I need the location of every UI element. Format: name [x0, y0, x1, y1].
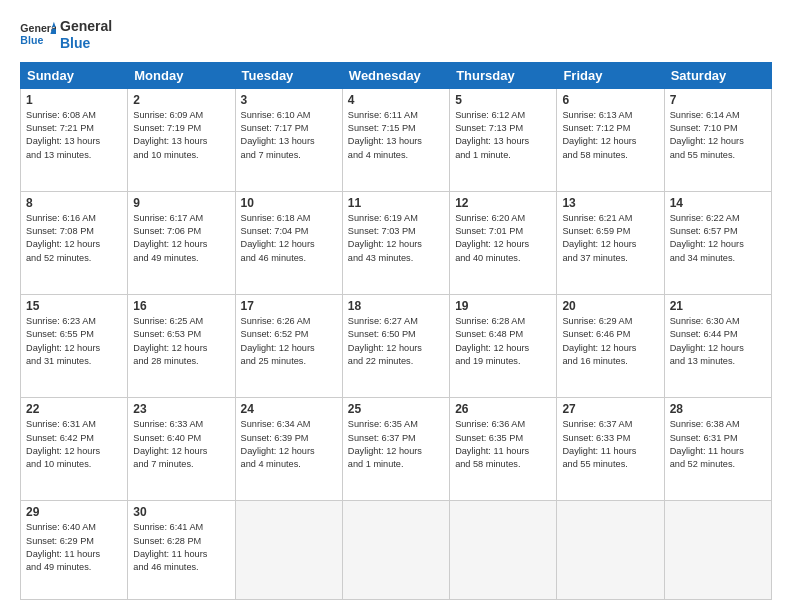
day-number: 27 — [562, 402, 658, 416]
calendar-cell: 15Sunrise: 6:23 AMSunset: 6:55 PMDayligh… — [21, 294, 128, 397]
day-number: 29 — [26, 505, 122, 519]
calendar-body: 1Sunrise: 6:08 AMSunset: 7:21 PMDaylight… — [21, 88, 772, 599]
cell-solar-data: Sunrise: 6:20 AMSunset: 7:01 PMDaylight:… — [455, 212, 551, 265]
day-number: 4 — [348, 93, 444, 107]
calendar-week-row: 8Sunrise: 6:16 AMSunset: 7:08 PMDaylight… — [21, 191, 772, 294]
logo: General Blue General Blue — [20, 18, 112, 52]
calendar-week-row: 15Sunrise: 6:23 AMSunset: 6:55 PMDayligh… — [21, 294, 772, 397]
cell-solar-data: Sunrise: 6:21 AMSunset: 6:59 PMDaylight:… — [562, 212, 658, 265]
calendar-cell: 23Sunrise: 6:33 AMSunset: 6:40 PMDayligh… — [128, 398, 235, 501]
day-number: 7 — [670, 93, 766, 107]
day-number: 24 — [241, 402, 337, 416]
cell-solar-data: Sunrise: 6:17 AMSunset: 7:06 PMDaylight:… — [133, 212, 229, 265]
calendar-cell: 13Sunrise: 6:21 AMSunset: 6:59 PMDayligh… — [557, 191, 664, 294]
calendar-cell: 29Sunrise: 6:40 AMSunset: 6:29 PMDayligh… — [21, 501, 128, 600]
day-number: 3 — [241, 93, 337, 107]
day-number: 22 — [26, 402, 122, 416]
cell-solar-data: Sunrise: 6:12 AMSunset: 7:13 PMDaylight:… — [455, 109, 551, 162]
calendar-cell: 3Sunrise: 6:10 AMSunset: 7:17 PMDaylight… — [235, 88, 342, 191]
calendar-cell — [235, 501, 342, 600]
calendar-header-friday: Friday — [557, 62, 664, 88]
calendar-cell: 30Sunrise: 6:41 AMSunset: 6:28 PMDayligh… — [128, 501, 235, 600]
page: General Blue General Blue SundayMondayTu… — [0, 0, 792, 612]
calendar-header-tuesday: Tuesday — [235, 62, 342, 88]
cell-solar-data: Sunrise: 6:18 AMSunset: 7:04 PMDaylight:… — [241, 212, 337, 265]
cell-solar-data: Sunrise: 6:11 AMSunset: 7:15 PMDaylight:… — [348, 109, 444, 162]
day-number: 30 — [133, 505, 229, 519]
calendar-cell: 9Sunrise: 6:17 AMSunset: 7:06 PMDaylight… — [128, 191, 235, 294]
cell-solar-data: Sunrise: 6:40 AMSunset: 6:29 PMDaylight:… — [26, 521, 122, 574]
cell-solar-data: Sunrise: 6:34 AMSunset: 6:39 PMDaylight:… — [241, 418, 337, 471]
calendar-cell — [664, 501, 771, 600]
calendar-cell: 20Sunrise: 6:29 AMSunset: 6:46 PMDayligh… — [557, 294, 664, 397]
calendar-cell — [557, 501, 664, 600]
calendar-cell: 7Sunrise: 6:14 AMSunset: 7:10 PMDaylight… — [664, 88, 771, 191]
cell-solar-data: Sunrise: 6:41 AMSunset: 6:28 PMDaylight:… — [133, 521, 229, 574]
day-number: 21 — [670, 299, 766, 313]
day-number: 19 — [455, 299, 551, 313]
calendar-header-wednesday: Wednesday — [342, 62, 449, 88]
calendar-header-thursday: Thursday — [450, 62, 557, 88]
day-number: 1 — [26, 93, 122, 107]
cell-solar-data: Sunrise: 6:36 AMSunset: 6:35 PMDaylight:… — [455, 418, 551, 471]
day-number: 14 — [670, 196, 766, 210]
calendar-cell — [342, 501, 449, 600]
day-number: 2 — [133, 93, 229, 107]
calendar-week-row: 22Sunrise: 6:31 AMSunset: 6:42 PMDayligh… — [21, 398, 772, 501]
cell-solar-data: Sunrise: 6:37 AMSunset: 6:33 PMDaylight:… — [562, 418, 658, 471]
day-number: 16 — [133, 299, 229, 313]
calendar-cell: 16Sunrise: 6:25 AMSunset: 6:53 PMDayligh… — [128, 294, 235, 397]
calendar-cell: 26Sunrise: 6:36 AMSunset: 6:35 PMDayligh… — [450, 398, 557, 501]
calendar-cell: 6Sunrise: 6:13 AMSunset: 7:12 PMDaylight… — [557, 88, 664, 191]
cell-solar-data: Sunrise: 6:23 AMSunset: 6:55 PMDaylight:… — [26, 315, 122, 368]
calendar-cell: 14Sunrise: 6:22 AMSunset: 6:57 PMDayligh… — [664, 191, 771, 294]
calendar-cell: 4Sunrise: 6:11 AMSunset: 7:15 PMDaylight… — [342, 88, 449, 191]
calendar-cell: 22Sunrise: 6:31 AMSunset: 6:42 PMDayligh… — [21, 398, 128, 501]
day-number: 20 — [562, 299, 658, 313]
day-number: 15 — [26, 299, 122, 313]
calendar-table: SundayMondayTuesdayWednesdayThursdayFrid… — [20, 62, 772, 600]
calendar-cell: 10Sunrise: 6:18 AMSunset: 7:04 PMDayligh… — [235, 191, 342, 294]
cell-solar-data: Sunrise: 6:28 AMSunset: 6:48 PMDaylight:… — [455, 315, 551, 368]
calendar-week-row: 1Sunrise: 6:08 AMSunset: 7:21 PMDaylight… — [21, 88, 772, 191]
calendar-cell: 21Sunrise: 6:30 AMSunset: 6:44 PMDayligh… — [664, 294, 771, 397]
calendar-header-saturday: Saturday — [664, 62, 771, 88]
header: General Blue General Blue — [20, 18, 772, 52]
day-number: 26 — [455, 402, 551, 416]
calendar-header-row: SundayMondayTuesdayWednesdayThursdayFrid… — [21, 62, 772, 88]
svg-text:General: General — [20, 22, 56, 34]
svg-text:Blue: Blue — [20, 34, 43, 46]
cell-solar-data: Sunrise: 6:13 AMSunset: 7:12 PMDaylight:… — [562, 109, 658, 162]
calendar-cell: 24Sunrise: 6:34 AMSunset: 6:39 PMDayligh… — [235, 398, 342, 501]
calendar-cell: 2Sunrise: 6:09 AMSunset: 7:19 PMDaylight… — [128, 88, 235, 191]
cell-solar-data: Sunrise: 6:30 AMSunset: 6:44 PMDaylight:… — [670, 315, 766, 368]
calendar-header-sunday: Sunday — [21, 62, 128, 88]
calendar-week-row: 29Sunrise: 6:40 AMSunset: 6:29 PMDayligh… — [21, 501, 772, 600]
calendar-cell: 1Sunrise: 6:08 AMSunset: 7:21 PMDaylight… — [21, 88, 128, 191]
cell-solar-data: Sunrise: 6:09 AMSunset: 7:19 PMDaylight:… — [133, 109, 229, 162]
calendar-cell: 17Sunrise: 6:26 AMSunset: 6:52 PMDayligh… — [235, 294, 342, 397]
calendar-cell: 19Sunrise: 6:28 AMSunset: 6:48 PMDayligh… — [450, 294, 557, 397]
day-number: 9 — [133, 196, 229, 210]
cell-solar-data: Sunrise: 6:26 AMSunset: 6:52 PMDaylight:… — [241, 315, 337, 368]
calendar-cell: 11Sunrise: 6:19 AMSunset: 7:03 PMDayligh… — [342, 191, 449, 294]
calendar-cell: 27Sunrise: 6:37 AMSunset: 6:33 PMDayligh… — [557, 398, 664, 501]
cell-solar-data: Sunrise: 6:08 AMSunset: 7:21 PMDaylight:… — [26, 109, 122, 162]
cell-solar-data: Sunrise: 6:14 AMSunset: 7:10 PMDaylight:… — [670, 109, 766, 162]
calendar-cell: 12Sunrise: 6:20 AMSunset: 7:01 PMDayligh… — [450, 191, 557, 294]
cell-solar-data: Sunrise: 6:33 AMSunset: 6:40 PMDaylight:… — [133, 418, 229, 471]
day-number: 8 — [26, 196, 122, 210]
cell-solar-data: Sunrise: 6:27 AMSunset: 6:50 PMDaylight:… — [348, 315, 444, 368]
calendar-cell: 25Sunrise: 6:35 AMSunset: 6:37 PMDayligh… — [342, 398, 449, 501]
calendar-cell: 8Sunrise: 6:16 AMSunset: 7:08 PMDaylight… — [21, 191, 128, 294]
calendar-cell: 5Sunrise: 6:12 AMSunset: 7:13 PMDaylight… — [450, 88, 557, 191]
day-number: 25 — [348, 402, 444, 416]
day-number: 18 — [348, 299, 444, 313]
cell-solar-data: Sunrise: 6:10 AMSunset: 7:17 PMDaylight:… — [241, 109, 337, 162]
day-number: 13 — [562, 196, 658, 210]
day-number: 11 — [348, 196, 444, 210]
day-number: 28 — [670, 402, 766, 416]
cell-solar-data: Sunrise: 6:19 AMSunset: 7:03 PMDaylight:… — [348, 212, 444, 265]
cell-solar-data: Sunrise: 6:29 AMSunset: 6:46 PMDaylight:… — [562, 315, 658, 368]
day-number: 23 — [133, 402, 229, 416]
